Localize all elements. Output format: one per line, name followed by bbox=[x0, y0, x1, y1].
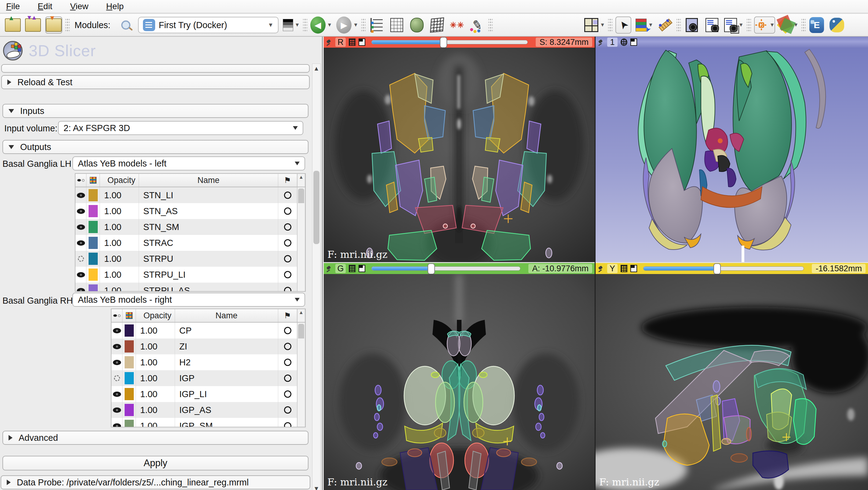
flag-cell[interactable] bbox=[278, 187, 297, 203]
center-view-icon[interactable] bbox=[621, 38, 627, 46]
color-cell[interactable] bbox=[122, 338, 136, 355]
toolbar-cursor-button[interactable]: ➤ bbox=[615, 17, 631, 34]
color-cell[interactable] bbox=[122, 355, 136, 370]
table-scrollbar[interactable] bbox=[297, 235, 305, 251]
pin-icon[interactable] bbox=[326, 39, 332, 45]
scroll-down-icon[interactable]: ▼ bbox=[298, 427, 305, 427]
table-scrollbar[interactable]: ▼ bbox=[297, 418, 305, 427]
color-cell[interactable] bbox=[87, 282, 100, 292]
visibility-column-header[interactable] bbox=[112, 309, 122, 322]
flag-radio[interactable] bbox=[284, 255, 291, 263]
scrollbar-thumb[interactable] bbox=[313, 171, 319, 244]
visibility-toggle[interactable] bbox=[112, 355, 122, 370]
visibility-toggle[interactable] bbox=[112, 370, 122, 386]
table-row[interactable]: 1.00IGP_AS bbox=[112, 402, 305, 418]
visibility-toggle[interactable] bbox=[112, 338, 122, 355]
basal-ganglia-lh-combobox[interactable]: Atlas YeB models - left bbox=[72, 156, 305, 171]
pin-icon[interactable] bbox=[598, 39, 604, 45]
pin-icon[interactable] bbox=[326, 266, 332, 272]
flag-radio[interactable] bbox=[284, 327, 291, 334]
table-row[interactable]: 1.00ZI bbox=[112, 338, 305, 355]
toolbar-winlevel-button[interactable]: ▼ bbox=[283, 17, 300, 34]
table-scrollbar[interactable]: ▲ bbox=[297, 309, 305, 322]
table-row[interactable]: 1.00CP bbox=[112, 323, 305, 338]
apply-button[interactable]: Apply bbox=[2, 456, 308, 470]
flag-cell[interactable] bbox=[278, 323, 297, 338]
flag-cell[interactable] bbox=[278, 338, 297, 355]
table-row[interactable]: 1.00STN_SM bbox=[75, 219, 305, 235]
yellow-slice-viewport[interactable]: F: mri.nii.gz bbox=[595, 274, 868, 490]
flag-cell[interactable] bbox=[278, 282, 297, 292]
name-cell[interactable]: STN_SM bbox=[139, 219, 278, 235]
scroll-down-icon[interactable]: ▼ bbox=[312, 485, 320, 490]
table-scrollbar[interactable] bbox=[297, 355, 305, 370]
color-cell[interactable] bbox=[87, 251, 100, 267]
advanced-section[interactable]: Advanced bbox=[2, 431, 308, 445]
opacity-cell[interactable]: 1.00 bbox=[136, 418, 175, 427]
visibility-toggle[interactable] bbox=[75, 267, 87, 282]
table-row[interactable]: 1.00STRPU_LI bbox=[75, 267, 305, 282]
visibility-toggle[interactable] bbox=[112, 386, 122, 402]
flag-radio[interactable] bbox=[284, 390, 291, 398]
opacity-cell[interactable]: 1.00 bbox=[100, 219, 139, 235]
name-cell[interactable]: STRPU bbox=[139, 251, 278, 267]
view-menu-icon[interactable] bbox=[630, 38, 637, 46]
flag-cell[interactable] bbox=[278, 267, 297, 282]
visibility-column-header[interactable] bbox=[75, 174, 87, 187]
inputs-section[interactable]: Inputs bbox=[2, 104, 308, 118]
color-cell[interactable] bbox=[87, 187, 100, 203]
opacity-cell[interactable]: 1.00 bbox=[100, 267, 139, 282]
toolbar-back-button[interactable]: ◀▼ bbox=[310, 17, 332, 34]
visibility-toggle[interactable] bbox=[75, 203, 87, 219]
slice-link-icon[interactable] bbox=[621, 265, 627, 272]
color-cell[interactable] bbox=[87, 267, 100, 282]
toolbar-pen-button[interactable]: ✎ bbox=[469, 17, 485, 34]
flag-column-header[interactable]: ⚑ bbox=[278, 174, 297, 187]
opacity-cell[interactable]: 1.00 bbox=[136, 338, 175, 355]
toolbar-forward-button[interactable]: ▶▼ bbox=[336, 17, 358, 34]
toolbar-screenshot-button[interactable] bbox=[684, 17, 700, 34]
table-scrollbar[interactable] bbox=[297, 338, 305, 355]
name-cell[interactable]: STRPU_AS bbox=[139, 282, 278, 292]
opacity-cell[interactable]: 1.00 bbox=[136, 386, 175, 402]
visibility-toggle[interactable] bbox=[112, 418, 122, 427]
opacity-column-header[interactable]: Opacity bbox=[136, 309, 175, 322]
slice-link-icon[interactable] bbox=[349, 38, 355, 46]
slice-menu-icon[interactable] bbox=[359, 38, 365, 46]
toolbar-model-button[interactable] bbox=[409, 17, 425, 34]
toolbar-dcm-button[interactable] bbox=[25, 17, 41, 34]
name-column-header[interactable]: Name bbox=[139, 174, 278, 187]
flag-cell[interactable] bbox=[278, 203, 297, 219]
toolbar-save-button[interactable] bbox=[45, 17, 62, 34]
opacity-cell[interactable]: 1.00 bbox=[100, 282, 139, 292]
name-cell[interactable]: IGP_LI bbox=[175, 386, 278, 402]
color-column-header[interactable] bbox=[122, 309, 136, 322]
red-slice-slider[interactable] bbox=[371, 40, 528, 44]
collapsed-help-bar[interactable] bbox=[1, 64, 310, 73]
table-row[interactable]: 1.00IGP_LI bbox=[112, 386, 305, 402]
flag-column-header[interactable]: ⚑ bbox=[278, 309, 297, 322]
color-cell[interactable] bbox=[87, 235, 100, 251]
toolbar-data-button[interactable] bbox=[5, 17, 21, 34]
name-cell[interactable]: IGP bbox=[175, 370, 278, 386]
menu-help[interactable]: Help bbox=[104, 2, 126, 11]
opacity-cell[interactable]: 1.00 bbox=[100, 235, 139, 251]
table-row[interactable]: 1.00STN_AS bbox=[75, 203, 305, 219]
table-row[interactable]: 1.00STN_LI bbox=[75, 187, 305, 203]
table-scrollbar[interactable] bbox=[297, 370, 305, 386]
outputs-section[interactable]: Outputs bbox=[2, 140, 308, 154]
table-row[interactable]: 1.00STRPU bbox=[75, 251, 305, 267]
color-cell[interactable] bbox=[122, 370, 136, 386]
slice-menu-icon[interactable] bbox=[359, 265, 365, 272]
toolbar-crosshair-button[interactable]: ▼ bbox=[754, 17, 775, 34]
table-row[interactable]: 1.00IGP bbox=[112, 370, 305, 386]
opacity-cell[interactable]: 1.00 bbox=[100, 203, 139, 219]
toolbar-hierarchy-button[interactable] bbox=[369, 17, 384, 34]
flag-cell[interactable] bbox=[278, 235, 297, 251]
flag-cell[interactable] bbox=[278, 402, 297, 418]
color-cell[interactable] bbox=[87, 203, 100, 219]
name-cell[interactable]: CP bbox=[175, 323, 278, 338]
toolbar-python-button[interactable] bbox=[829, 17, 845, 34]
visibility-toggle[interactable] bbox=[75, 219, 87, 235]
flag-cell[interactable] bbox=[278, 219, 297, 235]
